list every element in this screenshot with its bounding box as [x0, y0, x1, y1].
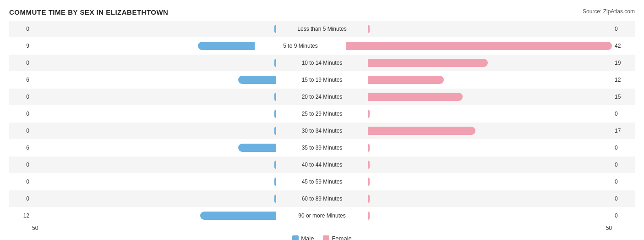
bars-area: 15 to 19 Minutes [32, 72, 612, 88]
row-label: 40 to 44 Minutes [276, 162, 368, 168]
female-bar [368, 76, 444, 84]
male-bar-container [32, 24, 276, 34]
male-value: 0 [9, 162, 32, 168]
chart-title: COMMUTE TIME BY SEX IN ELIZABETHTOWN [9, 8, 635, 16]
male-bar [238, 76, 276, 84]
bars-area: 10 to 14 Minutes [32, 55, 612, 71]
chart-row: 030 to 34 Minutes17 [9, 123, 635, 139]
bars-area: 90 or more Minutes [32, 207, 612, 224]
female-value: 0 [612, 145, 635, 151]
male-value: 0 [9, 128, 32, 134]
row-label: 15 to 19 Minutes [276, 77, 368, 83]
male-value: 9 [9, 43, 32, 49]
female-bar-container [346, 41, 612, 51]
male-bar-container [32, 41, 255, 51]
source-label: Source: ZipAtlas.com [583, 8, 635, 15]
bars-area: 25 to 29 Minutes [32, 106, 612, 122]
row-label: 30 to 34 Minutes [276, 128, 368, 134]
bars-area: Less than 5 Minutes [32, 21, 612, 37]
row-label: 35 to 39 Minutes [276, 145, 368, 151]
bars-area: 40 to 44 Minutes [32, 156, 612, 173]
dual-bar: 5 to 9 Minutes [32, 40, 612, 52]
dual-bar: Less than 5 Minutes [32, 23, 612, 35]
female-bar [368, 25, 370, 33]
female-bar-container [368, 58, 612, 68]
female-value: 0 [612, 179, 635, 185]
female-bar-container [368, 211, 612, 221]
male-value: 0 [9, 26, 32, 32]
chart-row: 95 to 9 Minutes42 [9, 38, 635, 54]
chart-row: 025 to 29 Minutes0 [9, 106, 635, 122]
male-bar-container [32, 58, 276, 68]
male-label: Male [301, 235, 314, 240]
dual-bar: 40 to 44 Minutes [32, 159, 612, 171]
bottom-right-label: 50 [606, 225, 612, 231]
chart-row: 010 to 14 Minutes19 [9, 55, 635, 71]
female-color-box [323, 235, 329, 240]
female-value: 0 [612, 162, 635, 168]
female-bar-container [368, 194, 612, 204]
female-bar [368, 195, 370, 203]
male-value: 6 [9, 77, 32, 83]
chart-row: 0Less than 5 Minutes0 [9, 21, 635, 37]
female-bar-container [368, 75, 612, 85]
bars-area: 30 to 34 Minutes [32, 123, 612, 139]
chart-container: COMMUTE TIME BY SEX IN ELIZABETHTOWN Sou… [0, 0, 644, 240]
row-label: 5 to 9 Minutes [255, 43, 346, 49]
row-label: 20 to 24 Minutes [276, 94, 368, 100]
male-bar-container [32, 160, 276, 170]
female-bar [368, 59, 488, 67]
female-bar [368, 161, 370, 169]
male-bar [200, 212, 276, 220]
female-bar [368, 93, 463, 101]
row-label: 90 or more Minutes [276, 212, 368, 219]
row-label: Less than 5 Minutes [276, 26, 368, 32]
row-label: 60 to 89 Minutes [276, 195, 368, 202]
female-bar-container [368, 126, 612, 136]
female-bar [346, 42, 612, 50]
male-value: 0 [9, 195, 32, 202]
male-value: 0 [9, 111, 32, 117]
female-value: 15 [612, 94, 635, 100]
male-value: 0 [9, 179, 32, 185]
dual-bar: 20 to 24 Minutes [32, 91, 612, 103]
male-bar [238, 144, 276, 152]
male-bar-container [32, 143, 276, 153]
male-value: 0 [9, 94, 32, 100]
chart-row: 020 to 24 Minutes15 [9, 89, 635, 105]
male-bar-container [32, 194, 276, 204]
female-label: Female [332, 235, 351, 240]
bars-area: 20 to 24 Minutes [32, 89, 612, 105]
female-bar-container [368, 160, 612, 170]
legend-male: Male [292, 235, 314, 240]
female-value: 0 [612, 212, 635, 219]
dual-bar: 30 to 34 Minutes [32, 125, 612, 137]
bars-area: 5 to 9 Minutes [32, 38, 612, 54]
row-label: 45 to 59 Minutes [276, 179, 368, 185]
female-bar-container [368, 109, 612, 119]
bottom-labels: 50 50 [9, 225, 635, 231]
chart-row: 615 to 19 Minutes12 [9, 72, 635, 88]
female-bar [368, 144, 370, 152]
chart-row: 040 to 44 Minutes0 [9, 156, 635, 173]
male-value: 6 [9, 145, 32, 151]
row-label: 25 to 29 Minutes [276, 111, 368, 117]
male-bar [198, 42, 255, 50]
female-value: 0 [612, 195, 635, 202]
male-bar-container [32, 126, 276, 136]
dual-bar: 45 to 59 Minutes [32, 176, 612, 188]
male-color-box [292, 235, 299, 240]
male-bar-container [32, 92, 276, 102]
dual-bar: 35 to 39 Minutes [32, 142, 612, 154]
female-value: 0 [612, 26, 635, 32]
female-value: 19 [612, 60, 635, 66]
bars-area: 35 to 39 Minutes [32, 140, 612, 156]
female-bar [368, 212, 370, 220]
dual-bar: 25 to 29 Minutes [32, 108, 612, 120]
female-bar [368, 127, 475, 135]
dual-bar: 90 or more Minutes [32, 210, 612, 222]
female-value: 0 [612, 111, 635, 117]
male-value: 0 [9, 60, 32, 66]
chart-row: 045 to 59 Minutes0 [9, 173, 635, 190]
male-bar-container [32, 75, 276, 85]
